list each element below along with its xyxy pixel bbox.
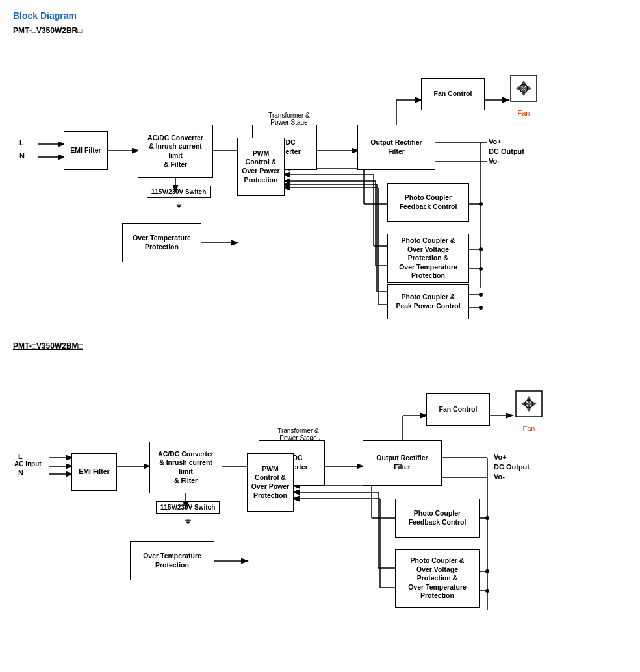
section2-label: PMT-□V350W2BM□ — [13, 342, 627, 351]
svg-point-26 — [479, 293, 483, 297]
s2-fan-symbol: Fan — [515, 390, 543, 432]
svg-point-19 — [479, 247, 483, 251]
s2-output-rectifier-block: Output RectifierFilter — [363, 440, 442, 486]
s2-fan-label: Fan — [515, 425, 543, 432]
pwm-control-block: PWM Control &Over PowerProtection — [237, 138, 285, 196]
photo-coupler-ov-block: Photo Coupler &Over VoltageProtection &O… — [387, 234, 469, 283]
s2-dc-output-label: DC Output — [494, 463, 530, 471]
s2-ac-input-label: AC Input — [14, 460, 42, 467]
fan-symbol: Fan — [509, 74, 538, 117]
s2-over-temp-block: Over TemperatureProtection — [130, 541, 214, 580]
svg-point-69 — [485, 569, 489, 573]
svg-point-15 — [479, 202, 483, 206]
photo-coupler-peak-block: Photo Coupler &Peak Power Control — [387, 284, 469, 319]
dc-output-label: DC Output — [489, 147, 524, 155]
l-input-label: L — [19, 139, 24, 147]
photo-coupler-feedback-block: Photo CouplerFeedback Control — [387, 183, 469, 222]
svg-point-29 — [479, 306, 483, 310]
svg-point-72 — [485, 589, 489, 593]
transformer-label: Transformer &Power Stage — [260, 112, 318, 126]
s2-switch-label: 115V/230V Switch ⏚ — [152, 501, 224, 525]
s2-n-input-label: N — [18, 469, 23, 477]
over-temp-block: Over TemperatureProtection — [122, 223, 201, 262]
diagram1: L N EMI Filter AC/DC Converter& Inrush c… — [13, 42, 624, 321]
s2-photo-coupler-ov-block: Photo Coupler &Over VoltageProtection &O… — [395, 549, 480, 608]
vo-plus-label: Vo+ — [489, 138, 502, 145]
s2-photo-coupler-feedback-block: Photo CouplerFeedback Control — [395, 499, 480, 538]
s2-acdc-converter-block: AC/DC Converter& Inrush currentlimit& Fi… — [149, 442, 222, 493]
s2-vo-minus-label: Vo- — [494, 473, 505, 480]
output-rectifier-block: Output RectifierFilter — [357, 125, 435, 170]
n-input-label: N — [19, 152, 25, 160]
section1-label: PMT-□V350W2BR□ — [13, 26, 627, 35]
svg-point-23 — [479, 267, 483, 271]
section1: PMT-□V350W2BR□ — [13, 26, 627, 321]
fan-control-block: Fan Control — [421, 78, 485, 110]
diagram2: L AC Input N EMI Filter AC/DC Converter&… — [13, 357, 624, 630]
switch-label: 115V/230V Switch ⏚ — [143, 186, 214, 210]
s2-emi-filter-block: EMI Filter — [71, 453, 117, 491]
acdc-converter-block: AC/DC Converter& Inrush currentlimit& Fi… — [138, 125, 213, 178]
s2-l-input-label: L — [18, 453, 23, 460]
s2-pwm-control-block: PWM Control &Over PowerProtection — [247, 453, 294, 512]
s2-fan-control-block: Fan Control — [426, 393, 490, 426]
section2: PMT-□V350W2BM□ — [13, 342, 627, 630]
svg-point-66 — [485, 516, 489, 520]
s2-transformer-label: Transformer &Power Stage — [269, 427, 327, 442]
fan-label: Fan — [509, 109, 538, 117]
page-title: Block Diagram — [13, 10, 627, 21]
emi-filter-block: EMI Filter — [64, 131, 108, 170]
s2-vo-plus-label: Vo+ — [494, 453, 507, 461]
vo-minus-label: Vo- — [489, 157, 500, 165]
